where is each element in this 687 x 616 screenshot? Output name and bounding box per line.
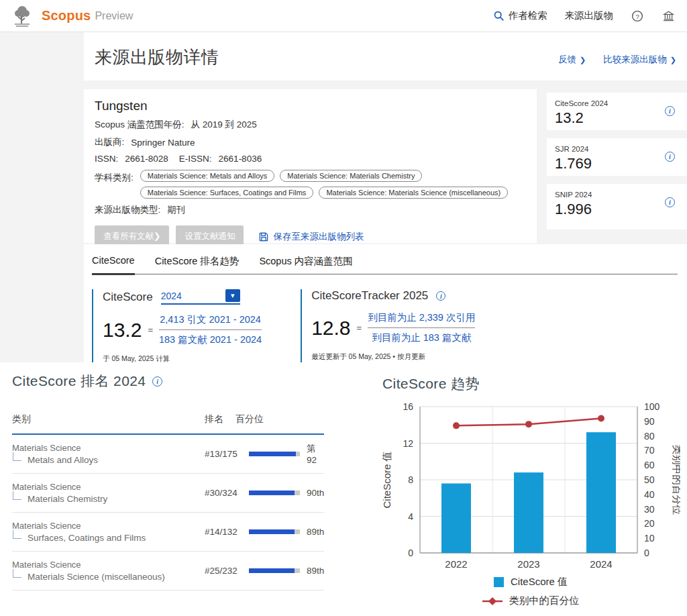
tracker-update-note: 最近更新于 05 May, 2025 • 按月更新 [311,352,475,362]
institution-icon[interactable] [662,9,675,23]
citations-link[interactable]: 2,413 引文 2021 - 2024 [160,314,261,325]
svg-text:90: 90 [644,416,655,427]
svg-text:10: 10 [644,533,655,544]
tracker-label: CiteScoreTracker 2025 [311,289,428,303]
compare-sources-link[interactable]: 比较来源出版物❯ [603,54,676,66]
rank-table-row: Materials ScienceSurfaces, Coatings and … [12,513,324,552]
legend-percentile: 类别中的百分位 [482,595,580,607]
category-parent: Materials Science [12,482,205,492]
tracker-documents-link[interactable]: 到目前为止 183 篇文献 [372,332,471,343]
rank-rows: Materials ScienceMetals and Alloys#13/17… [12,435,324,591]
documents-link[interactable]: 183 篇文献 2021 - 2024 [159,334,262,345]
category-child: Surfaces, Coatings and Films [28,533,146,543]
rank-value: #13/175 [205,449,249,459]
coverage-line: Scopus 涵盖范围年份: 从 2019 到 2025 [95,119,537,131]
citescore-value: 13.2 [103,319,142,342]
percentile-label: 第92 [307,443,324,465]
rank-value: #14/132 [205,527,249,537]
chevron-right-icon: ❯ [670,56,676,64]
rank-value: #30/324 [205,488,249,498]
svg-text:100: 100 [644,401,660,412]
rank-table-row: Materials ScienceMetals and Alloys#13/17… [12,435,324,474]
legend-citescore: CiteScore 值 [494,576,568,588]
top-header: Scopus Preview 作者检索 来源出版物 ? [0,0,687,32]
upper-region: 来源出版物详情 反馈❯ 比较来源出版物❯ Tungsten Scopus 涵盖范… [0,32,687,362]
svg-text:类别中的百分位: 类别中的百分位 [672,445,680,515]
chevron-down-icon: ▾ [225,289,240,302]
subject-chip[interactable]: Materials Science: Surfaces, Coatings an… [140,187,314,199]
subjects-line: 学科类别: Materials Science: Metals and Allo… [95,170,537,199]
citescore-metric-card: CiteScore 2024 13.2 i [547,93,687,130]
svg-text:8: 8 [408,474,413,485]
sjr-metric-card: SJR 2024 1.769 i [547,138,687,176]
source-info-panel: Tungsten Scopus 涵盖范围年份: 从 2019 到 2025 出版… [84,89,537,243]
source-name: Tungsten [95,99,537,113]
tree-elbow-icon [13,569,21,578]
citescore-trend-block: CiteScore 趋势 048121601020304050607080901… [381,374,680,607]
svg-text:70: 70 [644,445,655,456]
percentile-label: 89th [307,566,324,576]
category-child: Metals and Alloys [28,455,98,465]
svg-text:?: ? [635,12,639,19]
source-type-line: 来源出版物类型: 期刊 [95,204,537,216]
title-panel: 来源出版物详情 反馈❯ 比较来源出版物❯ [84,32,687,81]
svg-text:50: 50 [644,474,655,485]
info-icon[interactable]: i [436,291,445,301]
help-icon[interactable]: ? [631,9,644,23]
elsevier-tree-logo[interactable] [12,5,32,28]
tab-citescore[interactable]: CiteScore [92,255,135,275]
tracker-value: 12.8 [311,317,350,340]
tab-citescore-rank-trend[interactable]: CiteScore 排名趋势 [155,255,240,274]
info-icon[interactable]: i [665,152,675,162]
tabs-row: CiteScore CiteScore 排名趋势 Scopus 内容涵盖范围 [92,244,678,274]
svg-text:12: 12 [403,438,413,449]
svg-text:2022: 2022 [445,558,467,570]
subject-chip[interactable]: Materials Science: Materials Chemistry [280,170,422,182]
info-icon[interactable]: i [665,197,675,207]
tracker-formula: 12.8 = 到目前为止 2,339 次引用 到目前为止 183 篇文献 [311,311,475,344]
citescore-rank-block: CiteScore 排名 2024 i 类别 排名 百分位 Materials … [12,372,324,591]
feedback-link[interactable]: 反馈❯ [558,54,586,66]
rank-table-header: 类别 排名 百分位 [12,413,324,435]
chevron-right-icon: ❯ [580,56,586,64]
svg-text:0: 0 [644,548,649,558]
scopus-brand-suffix: Preview [95,10,133,22]
save-to-source-list-link[interactable]: 保存至来源出版物列表 [258,231,364,243]
citescore-block: CiteScore 2024 ▾ 13.2 = 2,413 引文 2021 - … [92,289,262,364]
subject-chip[interactable]: Materials Science: Metals and Alloys [140,170,275,182]
citescore-blocks: CiteScore 2024 ▾ 13.2 = 2,413 引文 2021 - … [92,289,687,364]
citescore-trend-chart: 0481216010203040506070809010020222023202… [381,399,680,574]
scopus-brand[interactable]: Scopus [42,8,91,23]
svg-text:16: 16 [403,401,413,412]
tab-scopus-coverage[interactable]: Scopus 内容涵盖范围 [259,255,352,274]
svg-text:30: 30 [644,504,655,515]
lower-region: CiteScore 排名 2024 i 类别 排名 百分位 Materials … [0,362,687,616]
citescore-label: CiteScore [103,291,153,304]
tree-elbow-icon [13,530,21,539]
nav-sources[interactable]: 来源出版物 [565,9,614,22]
category-child: Materials Science (miscellaneous) [28,572,165,582]
search-icon [493,10,505,21]
svg-text:0: 0 [408,548,413,558]
svg-text:60: 60 [644,460,655,470]
tracker-citations-link[interactable]: 到目前为止 2,339 次引用 [368,312,475,323]
svg-text:40: 40 [644,489,655,500]
issn-line: ISSN: 2661-8028 E-ISSN: 2661-8036 [95,154,537,164]
svg-text:4: 4 [408,511,413,522]
svg-text:2024: 2024 [590,558,612,570]
info-icon[interactable]: i [665,106,675,116]
category-parent: Materials Science [12,443,205,453]
percentile-bar [249,529,300,534]
svg-text:80: 80 [644,431,655,442]
rank-table-row: Materials ScienceMaterials Science (misc… [12,552,324,591]
percentile-label: 89th [307,527,324,537]
citescore-year-select[interactable]: 2024 ▾ [161,289,240,305]
line-legend-swatch [482,597,503,605]
info-icon[interactable]: i [152,376,162,387]
svg-text:2023: 2023 [517,558,539,570]
subject-chip[interactable]: Materials Science: Materials Science (mi… [319,187,508,199]
nav-author-search[interactable]: 作者检索 [493,9,547,22]
tree-elbow-icon [13,452,21,461]
svg-text:20: 20 [644,518,655,529]
rank-value: #25/232 [205,566,249,576]
